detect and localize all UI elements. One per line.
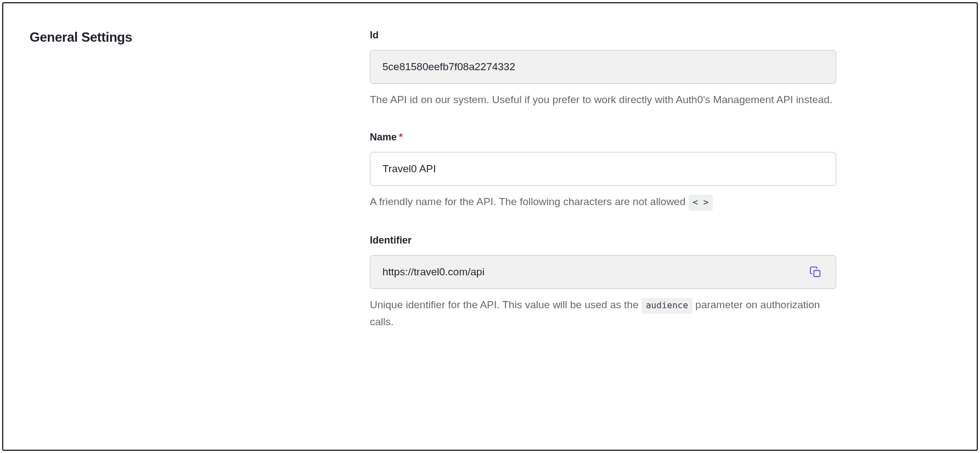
- field-id: Id 5ce81580eefb7f08a2274332 The API id o…: [370, 30, 836, 107]
- id-label: Id: [370, 30, 836, 41]
- audience-chip: audience: [641, 298, 692, 314]
- id-value: 5ce81580eefb7f08a2274332: [382, 61, 824, 73]
- name-label: Name*: [370, 132, 836, 143]
- field-identifier: Identifier https://travel0.com/api Uniqu…: [370, 235, 836, 330]
- identifier-help-prefix: Unique identifier for the API. This valu…: [370, 299, 641, 310]
- identifier-help-text: Unique identifier for the API. This valu…: [370, 297, 836, 330]
- name-help-text: A friendly name for the API. The followi…: [370, 194, 836, 211]
- id-help-text: The API id on our system. Useful if you …: [370, 92, 836, 107]
- svg-rect-0: [814, 270, 820, 276]
- identifier-value: https://travel0.com/api: [382, 266, 801, 278]
- section-title-column: General Settings: [30, 30, 348, 330]
- id-readonly-display: 5ce81580eefb7f08a2274332: [370, 50, 836, 84]
- disallowed-chars-chip: < >: [689, 195, 713, 211]
- name-help-prefix: A friendly name for the API. The followi…: [370, 196, 689, 207]
- settings-row: General Settings Id 5ce81580eefb7f08a227…: [30, 30, 950, 330]
- section-title: General Settings: [30, 30, 348, 45]
- fields-column: Id 5ce81580eefb7f08a2274332 The API id o…: [370, 30, 836, 330]
- identifier-label: Identifier: [370, 235, 836, 246]
- settings-panel: General Settings Id 5ce81580eefb7f08a227…: [2, 2, 978, 451]
- name-input[interactable]: [370, 152, 836, 186]
- copy-identifier-button[interactable]: [807, 264, 824, 280]
- name-label-text: Name: [370, 132, 397, 143]
- identifier-readonly-display: https://travel0.com/api: [370, 255, 836, 289]
- copy-icon: [809, 266, 821, 278]
- field-name: Name* A friendly name for the API. The f…: [370, 132, 836, 211]
- required-star-icon: *: [399, 132, 403, 143]
